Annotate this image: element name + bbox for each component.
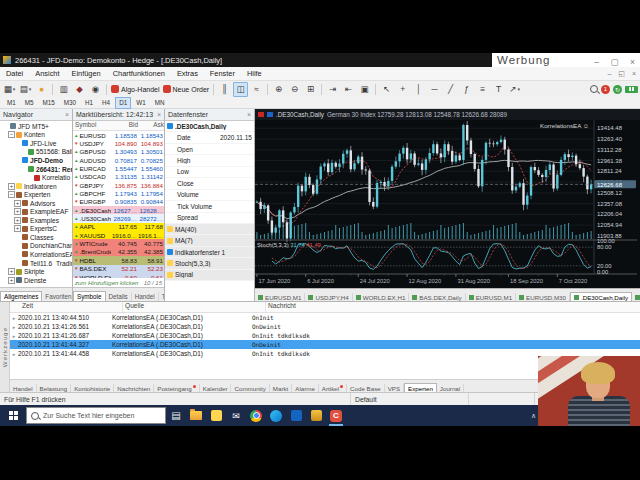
tree-item-classes[interactable]: Classes bbox=[0, 233, 72, 242]
horizontal-line-button[interactable]: ─ bbox=[427, 82, 442, 97]
expand-icon[interactable]: + bbox=[14, 217, 21, 224]
chart-tab-eurusd-m30[interactable]: EURUSD,M30 bbox=[516, 293, 570, 301]
collapse-icon[interactable]: − bbox=[8, 131, 15, 138]
fibonacci-button[interactable]: ƒ bbox=[459, 82, 474, 97]
arrows-button[interactable]: ↗▾ bbox=[507, 82, 522, 97]
close-icon[interactable]: × bbox=[157, 111, 161, 118]
expand-icon[interactable]: + bbox=[8, 183, 15, 190]
child-close-button[interactable]: × bbox=[632, 70, 636, 77]
edge-icon[interactable] bbox=[266, 405, 286, 426]
chart-tab-usdjpy-h4[interactable]: USDJPY,H4 bbox=[305, 293, 352, 301]
symbol-row-gbpusd[interactable]: ▲GBPUSD1.304931.30501 bbox=[73, 148, 164, 156]
column-header-ask[interactable]: Ask bbox=[138, 121, 164, 130]
tree-item-korrelatio[interactable]: Korrelatio bbox=[0, 173, 72, 182]
task-view-icon[interactable]: ▤ bbox=[166, 405, 186, 426]
column-header-quelle[interactable]: Quelle bbox=[123, 302, 266, 312]
tile-windows-button[interactable]: ⊞ bbox=[303, 82, 318, 97]
chart-tab-eurusd-m1[interactable]: EURUSD,M1 bbox=[466, 293, 516, 301]
new-order-button[interactable]: Neue Order bbox=[162, 82, 211, 97]
symbol-row-usdcad[interactable]: ▲USDCAD1.311351.31142 bbox=[73, 173, 164, 181]
symbol-row-eurusd[interactable]: ▲EURUSD1.185381.18543 bbox=[73, 131, 164, 139]
tree-item-expertsc[interactable]: +ExpertsC bbox=[0, 225, 72, 234]
candle-chart-button[interactable]: ◫ bbox=[233, 82, 248, 97]
column-header-nachricht[interactable]: Nachricht bbox=[266, 302, 640, 312]
tree-item-donchianchannel[interactable]: DonchianChannel bbox=[0, 242, 72, 251]
menu-item-einfügen[interactable]: Einfügen bbox=[66, 69, 107, 78]
symbol-row--de30cash[interactable]: ▲.DE30Cash12627…12628… bbox=[73, 206, 164, 214]
tree-item-551568-balis[interactable]: 551568: Balis bbox=[0, 148, 72, 157]
symbol-row-aapl[interactable]: ▲AAPL117.65117.68 bbox=[73, 223, 164, 231]
timeframe-w1[interactable]: W1 bbox=[132, 97, 149, 109]
chart-tab-world-ex-h1[interactable]: WORLD.EX,H1 bbox=[353, 293, 410, 301]
timeframe-m5[interactable]: M5 bbox=[21, 97, 38, 109]
zoom-in-button[interactable]: ⊕ bbox=[271, 82, 286, 97]
tree-item-266431-ren[interactable]: 266431: Ren bbox=[0, 165, 72, 174]
profiles-button[interactable]: ▤▾ bbox=[18, 82, 33, 97]
expand-icon[interactable]: + bbox=[14, 225, 21, 232]
tab-favoriten[interactable]: Favoriten bbox=[42, 292, 72, 301]
toolbox-side-strip[interactable]: Werkzeuge bbox=[0, 302, 10, 393]
channel-button[interactable]: ≡ bbox=[475, 82, 490, 97]
tree-item-experten[interactable]: −Experten bbox=[0, 190, 72, 199]
search-icon[interactable] bbox=[590, 85, 598, 93]
algo-trading-button[interactable]: Algo-Handel bbox=[110, 82, 161, 97]
tree-item-konten[interactable]: −Konten bbox=[0, 131, 72, 140]
column-header-symbol[interactable]: Symbol bbox=[73, 121, 112, 130]
symbol-row-gbpchf[interactable]: ▲GBPCHF1.179431.17954 bbox=[73, 189, 164, 197]
symbol-row-bas-dex[interactable]: ▼BAS.DEX52.2152.23 bbox=[73, 265, 164, 273]
chart-tab-bas-dex-daily[interactable]: BAS.DEX,Daily bbox=[409, 293, 465, 301]
symbol-row-xauusd[interactable]: ▲XAUUSD1916.0…1916.1… bbox=[73, 231, 164, 239]
minimize-button[interactable]: – bbox=[594, 57, 599, 67]
expand-icon[interactable]: + bbox=[8, 268, 15, 275]
symbol-row--brentcrude[interactable]: ▲.BrentCrude42.35542.385 bbox=[73, 248, 164, 256]
camtasia-icon[interactable]: C bbox=[326, 405, 346, 426]
timeframe-m1[interactable]: M1 bbox=[3, 97, 20, 109]
tree-item-exampleeaf[interactable]: +ExampleEAF bbox=[0, 207, 72, 216]
sticky-notes-icon[interactable] bbox=[206, 405, 226, 426]
tab-details[interactable]: Details bbox=[106, 292, 132, 301]
timeframe-h1[interactable]: H1 bbox=[81, 97, 97, 109]
zoom-out-button[interactable]: ⊖ bbox=[287, 82, 302, 97]
tree-item-jfd-demo[interactable]: JFD-Demo bbox=[0, 156, 72, 165]
tree-item-jfd-mt5-[interactable]: JFD MT5+ bbox=[0, 122, 72, 131]
taskbar-search-input[interactable]: Zur Suche Text hier eingeben bbox=[26, 407, 166, 424]
column-header-zeit[interactable]: Zeit bbox=[10, 302, 123, 312]
menu-item-hilfe[interactable]: Hilfe bbox=[241, 69, 268, 78]
shift-chart-button[interactable]: ⇥ bbox=[325, 82, 340, 97]
titlebar[interactable]: 266431 - JFD-Demo: Demokonto - Hedge - [… bbox=[0, 53, 492, 67]
close-icon[interactable]: × bbox=[65, 111, 69, 118]
tab-allgemeines[interactable]: Allgemeines bbox=[0, 291, 42, 301]
tree-item-jfd-live[interactable]: JFD-Live bbox=[0, 139, 72, 148]
symbol-row-eurgbp[interactable]: ▼EURGBP0.908350.90844 bbox=[73, 198, 164, 206]
symbol-row-wticrude[interactable]: ▲WTICrude40.74540.775 bbox=[73, 239, 164, 247]
crosshair-button[interactable]: + bbox=[395, 82, 410, 97]
menu-item-datei[interactable]: Datei bbox=[0, 69, 29, 78]
trendline-button[interactable]: ╱ bbox=[443, 82, 458, 97]
news-button[interactable]: ◆ bbox=[72, 82, 87, 97]
log-row[interactable]: ▸2020.10.21 13:41:44.327KorrelationsEA (… bbox=[10, 340, 640, 349]
layers-button[interactable]: ▥ bbox=[56, 82, 71, 97]
symbol-row--us30cash[interactable]: ▲.US30Cash28269…28272… bbox=[73, 214, 164, 222]
menu-item-chartfunktionen[interactable]: Chartfunktionen bbox=[107, 69, 171, 78]
auto-scroll-button[interactable]: ⇤ bbox=[341, 82, 356, 97]
market-watch-footer[interactable]: zum Hinzufügen klicken 10 / 15 bbox=[73, 278, 164, 287]
timeframe-m30[interactable]: M30 bbox=[60, 97, 80, 109]
app-blue-icon[interactable] bbox=[286, 405, 306, 426]
child-restore-button[interactable]: ◱ bbox=[618, 70, 625, 77]
timeframe-m15[interactable]: M15 bbox=[39, 97, 59, 109]
cursor-button[interactable]: ↖ bbox=[379, 82, 394, 97]
lock-button[interactable]: ● bbox=[34, 82, 49, 97]
tree-item-dienste[interactable]: +Dienste bbox=[0, 276, 72, 285]
price-chart[interactable]: Stoch(5,3,3) 31.74 41.4913414.4813263.40… bbox=[255, 120, 637, 288]
chart-tab--us30cash-daily[interactable]: .US30Cash,Daily bbox=[632, 293, 640, 301]
tab-symbole[interactable]: Symbole bbox=[73, 291, 106, 301]
tree-item-examples[interactable]: +Examples bbox=[0, 216, 72, 225]
log-row[interactable]: ▸2020.10.21 13:40:44.510KorrelationsEA (… bbox=[10, 313, 640, 322]
sound-button[interactable]: ◉ bbox=[88, 82, 103, 97]
chart-tab-eurusd-m1[interactable]: EURUSD,M1 bbox=[255, 293, 305, 301]
tree-item-teil11-6-tradingf[interactable]: Teil11.6_TradingF bbox=[0, 259, 72, 268]
chrome-icon[interactable] bbox=[246, 405, 266, 426]
child-minimize-button[interactable]: – bbox=[607, 70, 611, 77]
tree-item-skripte[interactable]: +Skripte bbox=[0, 267, 72, 276]
text-tool-button[interactable]: T bbox=[491, 82, 506, 97]
